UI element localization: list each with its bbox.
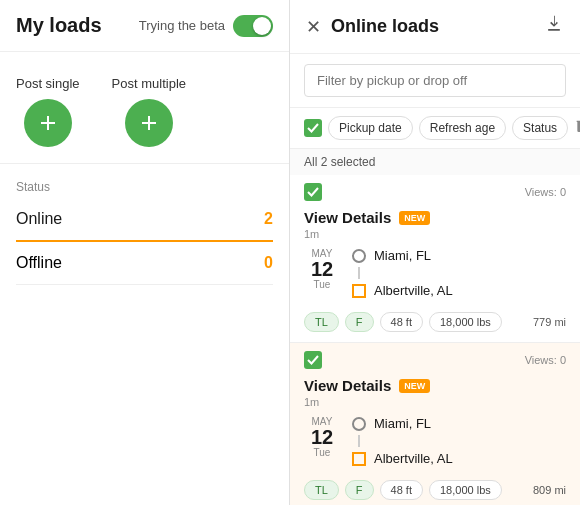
plus-icon-2 bbox=[137, 111, 161, 135]
load-tags-1: TL F 48 ft 18,000 lbs 779 mi bbox=[290, 304, 580, 342]
tag-f-1: F bbox=[345, 312, 374, 332]
origin-row-1: Miami, FL bbox=[352, 248, 566, 263]
route-stops-1: Miami, FL Albertville, AL bbox=[352, 248, 566, 298]
post-buttons-section: Post single Post multiple bbox=[0, 52, 289, 164]
status-section-label: Status bbox=[16, 180, 273, 194]
filter-all-checkbox[interactable] bbox=[304, 119, 322, 137]
checkmark-icon-2 bbox=[307, 354, 319, 366]
post-single-label: Post single bbox=[16, 76, 80, 91]
time-ago-1: 1m bbox=[290, 226, 580, 242]
dest-icon-2 bbox=[352, 452, 366, 466]
new-badge-2: NEW bbox=[399, 379, 430, 393]
loads-list: Views: 0 View Details NEW 1m May 12 Tue … bbox=[290, 175, 580, 505]
date-day-2: 12 bbox=[311, 427, 333, 447]
date-block-1: May 12 Tue bbox=[304, 248, 340, 298]
load-checkbox-2[interactable] bbox=[304, 351, 322, 369]
tag-ft-2: 48 ft bbox=[380, 480, 423, 500]
dest-row-2: Albertville, AL bbox=[352, 451, 566, 466]
status-offline-count: 0 bbox=[264, 254, 273, 272]
load-views-1: Views: 0 bbox=[525, 186, 566, 198]
download-button[interactable] bbox=[544, 14, 564, 39]
origin-name-1: Miami, FL bbox=[374, 248, 431, 263]
load-tags-2: TL F 48 ft 18,000 lbs 809 mi bbox=[290, 472, 580, 505]
download-icon bbox=[544, 14, 564, 34]
status-row-offline[interactable]: Offline 0 bbox=[16, 242, 273, 285]
route-line-1 bbox=[358, 267, 360, 279]
status-row-online[interactable]: Online 2 bbox=[16, 198, 273, 242]
route-line-2 bbox=[358, 435, 360, 447]
filter-refresh-age[interactable]: Refresh age bbox=[419, 116, 506, 140]
beta-label: Trying the beta bbox=[139, 18, 225, 33]
tag-lbs-1: 18,000 lbs bbox=[429, 312, 502, 332]
tag-f-2: F bbox=[345, 480, 374, 500]
view-details-2[interactable]: View Details NEW bbox=[290, 373, 580, 394]
time-ago-2: 1m bbox=[290, 394, 580, 410]
dest-row-1: Albertville, AL bbox=[352, 283, 566, 298]
origin-icon-2 bbox=[352, 417, 366, 431]
filter-status[interactable]: Status bbox=[512, 116, 568, 140]
date-block-2: May 12 Tue bbox=[304, 416, 340, 466]
load-checkbox-1[interactable] bbox=[304, 183, 322, 201]
origin-name-2: Miami, FL bbox=[374, 416, 431, 431]
checkmark-icon-1 bbox=[307, 186, 319, 198]
right-header: ✕ Online loads bbox=[290, 0, 580, 54]
date-day-1: 12 bbox=[311, 259, 333, 279]
filter-pickup-date[interactable]: Pickup date bbox=[328, 116, 413, 140]
view-details-label-1: View Details bbox=[304, 209, 391, 226]
left-header: My loads Trying the beta bbox=[0, 0, 289, 52]
left-panel: My loads Trying the beta Post single Pos… bbox=[0, 0, 290, 505]
tag-tl-1: TL bbox=[304, 312, 339, 332]
post-multiple-group: Post multiple bbox=[112, 76, 186, 147]
load-item: Views: 0 View Details NEW 1m May 12 Tue … bbox=[290, 175, 580, 343]
origin-row-2: Miami, FL bbox=[352, 416, 566, 431]
checkmark-icon bbox=[307, 122, 319, 134]
route-stops-2: Miami, FL Albertville, AL bbox=[352, 416, 566, 466]
trash-icon bbox=[574, 118, 580, 134]
page-title: My loads bbox=[16, 14, 139, 37]
right-panel: ✕ Online loads Pickup date Refresh age S… bbox=[290, 0, 580, 505]
search-input[interactable] bbox=[304, 64, 566, 97]
load-views-2: Views: 0 bbox=[525, 354, 566, 366]
view-details-1[interactable]: View Details NEW bbox=[290, 205, 580, 226]
right-panel-title: Online loads bbox=[331, 16, 534, 37]
tag-ft-1: 48 ft bbox=[380, 312, 423, 332]
post-multiple-label: Post multiple bbox=[112, 76, 186, 91]
status-online-count: 2 bbox=[264, 210, 273, 228]
close-button[interactable]: ✕ bbox=[306, 18, 321, 36]
tag-tl-2: TL bbox=[304, 480, 339, 500]
route-section-1: May 12 Tue Miami, FL Albertville, AL bbox=[290, 242, 580, 304]
distance-1: 779 mi bbox=[533, 316, 566, 328]
load-item-header: Views: 0 bbox=[290, 175, 580, 205]
distance-2: 809 mi bbox=[533, 484, 566, 496]
plus-icon bbox=[36, 111, 60, 135]
date-dow-2: Tue bbox=[314, 447, 331, 458]
filter-row: Pickup date Refresh age Status bbox=[290, 108, 580, 149]
load-item-2: Views: 0 View Details NEW 1m May 12 Tue … bbox=[290, 343, 580, 505]
route-section-2: May 12 Tue Miami, FL Albertville, AL bbox=[290, 410, 580, 472]
tag-lbs-2: 18,000 lbs bbox=[429, 480, 502, 500]
status-section: Status Online 2 Offline 0 bbox=[0, 164, 289, 293]
date-dow-1: Tue bbox=[314, 279, 331, 290]
dest-icon-1 bbox=[352, 284, 366, 298]
status-offline-label: Offline bbox=[16, 254, 264, 272]
post-single-button[interactable] bbox=[24, 99, 72, 147]
view-details-label-2: View Details bbox=[304, 377, 391, 394]
post-multiple-button[interactable] bbox=[125, 99, 173, 147]
beta-toggle[interactable] bbox=[233, 15, 273, 37]
delete-filters-icon[interactable] bbox=[574, 118, 580, 138]
dest-name-2: Albertville, AL bbox=[374, 451, 453, 466]
dest-name-1: Albertville, AL bbox=[374, 283, 453, 298]
new-badge-1: NEW bbox=[399, 211, 430, 225]
selected-info: All 2 selected bbox=[290, 149, 580, 175]
search-bar bbox=[290, 54, 580, 108]
status-online-label: Online bbox=[16, 210, 264, 228]
origin-icon-1 bbox=[352, 249, 366, 263]
post-single-group: Post single bbox=[16, 76, 80, 147]
load-item-header-2: Views: 0 bbox=[290, 343, 580, 373]
